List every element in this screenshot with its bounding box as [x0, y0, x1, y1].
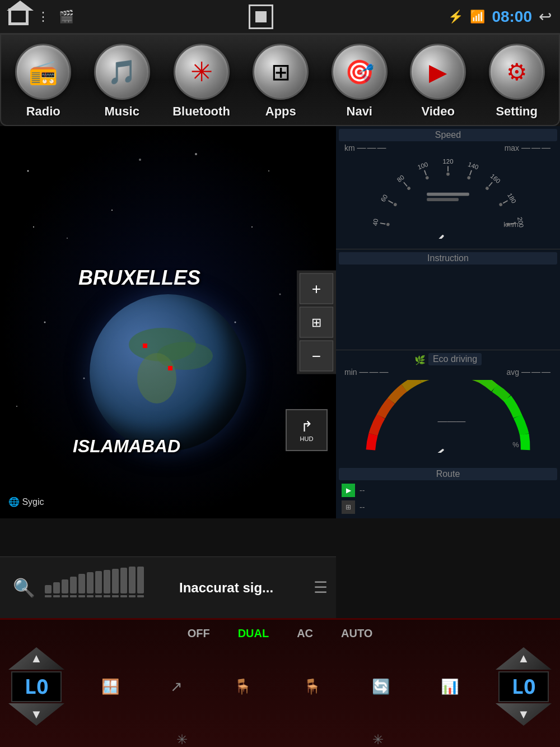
svg-point-14: [33, 226, 34, 228]
hud-button[interactable]: ↱ HUD: [286, 409, 328, 451]
right-panel: Speed km ——— max ——— 20: [336, 126, 560, 518]
svg-line-34: [489, 182, 492, 186]
media-icon[interactable]: 🎬: [59, 10, 74, 24]
route-icon-1: ▶: [342, 484, 355, 497]
nav-music[interactable]: 🎵 Music: [94, 44, 150, 119]
sig-bar-1: [45, 585, 52, 593]
signal-text: Inaccurat sig...: [179, 580, 308, 596]
city-bruxelles: BRUXELLES: [78, 266, 200, 290]
sig-dash-10: [120, 595, 127, 597]
svg-text:140: 140: [467, 160, 479, 170]
city-islamabad: ISLAMABAD: [73, 436, 180, 457]
fan-dir-up-icon[interactable]: ↗: [170, 678, 183, 695]
music-icon: 🎵: [94, 44, 150, 100]
svg-point-11: [139, 159, 141, 161]
off-button[interactable]: OFF: [185, 625, 213, 642]
back-button[interactable]: ↩: [539, 7, 552, 26]
svg-text:%: %: [512, 440, 519, 449]
svg-text:km/h: km/h: [503, 221, 519, 229]
instruction-label: Instruction: [339, 252, 557, 265]
grid-button[interactable]: ⊞: [300, 307, 333, 338]
temp-down-right[interactable]: ▼: [496, 703, 552, 726]
home-icon[interactable]: [8, 8, 29, 25]
nav-radio[interactable]: 📻 Radio: [15, 44, 71, 119]
music-label: Music: [105, 104, 139, 119]
globe-map: BRUXELLES ISLAMABAD: [90, 294, 246, 451]
temp-display-left: LO: [11, 671, 62, 702]
svg-point-47: [446, 172, 450, 175]
climate-bar: OFF DUAL AC AUTO ▲ LO ▼ 🪟 ↗ 🪑 🪑 🔄 📊 ▲ LO…: [0, 618, 560, 747]
svg-point-50: [498, 202, 503, 207]
continent-svg: [90, 294, 246, 451]
menu-icon[interactable]: ☰: [314, 578, 328, 597]
route-label: Route: [339, 468, 557, 480]
seat-heat-right-icon[interactable]: 🪑: [303, 678, 321, 695]
sig-bar-3: [62, 579, 68, 593]
zoom-out-button[interactable]: −: [300, 341, 333, 372]
search-icon[interactable]: 🔍: [8, 572, 39, 603]
svg-text:120: 120: [443, 157, 454, 164]
temp-up-right[interactable]: ▲: [496, 647, 552, 670]
sig-dash-1: [45, 595, 52, 597]
navi-icon: 🎯: [332, 44, 388, 100]
rear-defrost-icon[interactable]: 📊: [441, 678, 459, 695]
eco-section: 🌿 Eco driving min ——— avg ———: [336, 350, 560, 465]
speedometer: 20 40 60 80 100: [339, 153, 557, 237]
instruction-section: Instruction: [336, 249, 560, 350]
sig-bar-7: [95, 571, 102, 593]
map-area[interactable]: BRUXELLES ISLAMABAD 🌐 Sygic: [0, 126, 336, 518]
route-row-2: ⊞ --: [339, 499, 557, 516]
svg-text:100: 100: [417, 160, 429, 170]
dual-button[interactable]: DUAL: [235, 625, 272, 642]
eco-min-label: min ———: [344, 367, 389, 377]
fan-right-icon[interactable]: ✳: [372, 732, 384, 747]
route-section: Route ▶ -- ⊞ --: [336, 465, 560, 518]
sig-bar-6: [87, 572, 94, 593]
eco-avg-label: avg ———: [507, 367, 552, 377]
nav-video[interactable]: ▶ Video: [410, 44, 466, 119]
svg-line-55: [397, 236, 449, 239]
eco-gauge: ——— %: [339, 380, 557, 453]
svg-text:180: 180: [506, 192, 517, 204]
svg-point-4: [195, 153, 197, 155]
ac-button[interactable]: AC: [294, 625, 316, 642]
svg-text:———: ———: [438, 416, 466, 426]
temp-control-left: ▲ LO ▼: [0, 644, 73, 729]
nav-apps[interactable]: ⊞ Apps: [253, 44, 309, 119]
svg-text:80: 80: [396, 173, 405, 183]
speed-arc-svg: 20 40 60 80 100: [350, 152, 546, 239]
nav-navi[interactable]: 🎯 Navi: [332, 44, 388, 119]
sig-dash-11: [129, 595, 136, 597]
svg-line-32: [470, 170, 472, 175]
nav-bar: 📻 Radio 🎵 Music ✳ Bluetooth ⊞ Apps 🎯 Nav…: [0, 34, 560, 126]
nav-bluetooth[interactable]: ✳ Bluetooth: [172, 44, 230, 119]
sig-bar-8: [104, 570, 110, 593]
nav-setting[interactable]: ⚙ Setting: [489, 44, 545, 119]
video-icon: ▶: [410, 44, 466, 100]
radio-label: Radio: [26, 104, 60, 119]
fan-left-icon[interactable]: ✳: [176, 732, 188, 747]
svg-rect-18: [143, 344, 147, 348]
stop-button[interactable]: [249, 4, 273, 29]
bluetooth-status-icon: ⚡: [448, 10, 463, 24]
sig-bar-4: [70, 577, 77, 593]
sig-dash-9: [112, 595, 119, 597]
apps-label: Apps: [265, 104, 296, 119]
temp-up-left[interactable]: ▲: [8, 647, 64, 670]
wifi-icon: 📶: [470, 10, 485, 24]
climate-main: ▲ LO ▼ 🪟 ↗ 🪑 🪑 🔄 📊 ▲ LO ▼: [0, 644, 560, 729]
air-recirculate-icon[interactable]: 🔄: [372, 678, 390, 695]
defrost-front-icon[interactable]: 🪟: [101, 678, 119, 695]
menu-dots-icon[interactable]: ⋮: [37, 10, 50, 24]
svg-point-2: [44, 322, 46, 323]
auto-button[interactable]: AUTO: [338, 625, 375, 642]
svg-line-26: [404, 182, 407, 186]
bluetooth-label: Bluetooth: [172, 104, 230, 119]
sig-dash-2: [53, 595, 60, 597]
seat-heat-left-icon[interactable]: 🪑: [234, 678, 251, 695]
svg-point-45: [407, 186, 411, 191]
zoom-in-button[interactable]: +: [300, 273, 333, 304]
sig-bar-12: [137, 567, 144, 593]
earth-globe: [90, 294, 246, 451]
temp-down-left[interactable]: ▼: [8, 703, 64, 726]
